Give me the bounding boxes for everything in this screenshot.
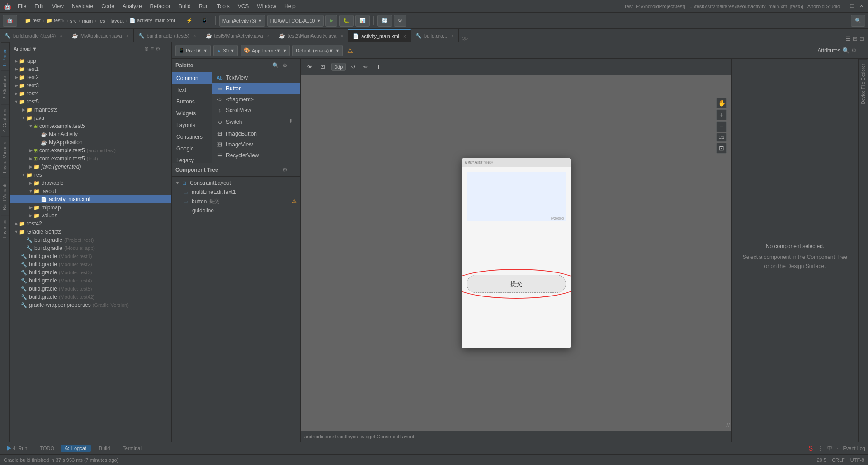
breadcrumb-main[interactable]: main xyxy=(82,18,93,23)
tree-item-package-androidtest[interactable]: ▶ ⊞ com.example.test5 (androidTest) xyxy=(10,146,171,155)
breadcrumb-res[interactable]: res xyxy=(98,18,105,23)
design-mode-blueprint[interactable]: ⊡ xyxy=(317,61,328,72)
zoom-in-btn[interactable]: + xyxy=(716,109,727,120)
breadcrumb-src[interactable]: src xyxy=(70,18,77,23)
palette-cat-common[interactable]: Common xyxy=(172,72,212,84)
palette-cat-widgets[interactable]: Widgets xyxy=(172,108,212,119)
palette-cat-text[interactable]: Text xyxy=(172,84,212,96)
tree-item-activity-main[interactable]: ▶ 📄 activity_main.xml xyxy=(10,195,171,203)
resize-handle[interactable]: // xyxy=(726,422,730,429)
close-btn[interactable]: ✕ xyxy=(858,3,864,9)
run-config-dropdown[interactable]: MainActivity (3) ▼ xyxy=(219,15,265,27)
side-tab-favorites[interactable]: Favorites xyxy=(1,215,9,243)
avd-manager-btn[interactable]: 📱 xyxy=(198,15,212,27)
comp-item-button[interactable]: ▭ button '提交' ⚠ xyxy=(172,197,300,206)
tree-item-manifests[interactable]: ▶ 📁 manifests xyxy=(10,106,171,114)
minimize-sidebar-icon[interactable]: — xyxy=(162,46,168,52)
menu-navigate[interactable]: Navigate xyxy=(68,2,97,10)
debug-button[interactable]: 🐛 xyxy=(339,15,354,27)
settings-btn[interactable]: ⚙ xyxy=(394,15,406,27)
tree-item-layout[interactable]: ▼ 📁 layout xyxy=(10,187,171,195)
expand-editor-btn[interactable]: ☰ xyxy=(845,35,851,42)
dp-value-field[interactable]: 0dp xyxy=(331,63,346,71)
comp-tree-minimize-icon[interactable]: — xyxy=(291,167,297,173)
tab-1-close[interactable]: × xyxy=(126,33,129,38)
side-tab-layout-variants[interactable]: Layout Variants xyxy=(1,137,9,178)
tree-item-mainactivity[interactable]: ▶ ☕ MainActivity xyxy=(10,130,171,138)
tree-item-package-main[interactable]: ▼ ⊞ com.example.test5 xyxy=(10,122,171,130)
comp-item-constraintlayout[interactable]: ▼ ⊞ ConstraintLayout xyxy=(172,178,300,188)
tree-item-test2[interactable]: ▶ 📁 test2 xyxy=(10,73,171,81)
device-dropdown[interactable]: HUAWEI COL-AL10 ▼ xyxy=(267,15,324,27)
menu-help[interactable]: Help xyxy=(281,2,299,10)
palette-item-fragment[interactable]: <> <fragment> xyxy=(212,94,300,105)
tab-5[interactable]: 📄 activity_main.xml × xyxy=(348,29,411,42)
hand-tool-btn[interactable]: ✋ xyxy=(716,98,727,108)
palette-search-icon[interactable]: 🔍 xyxy=(272,62,279,69)
tree-item-app[interactable]: ▶ 📁 app xyxy=(10,57,171,65)
breadcrumb-file[interactable]: 📄 activity_main.xml xyxy=(129,18,175,23)
menu-analyze[interactable]: Analyze xyxy=(119,2,146,10)
tree-item-test3[interactable]: ▶ 📁 test3 xyxy=(10,81,171,89)
palette-item-recyclerview[interactable]: ☰ RecyclerView xyxy=(212,150,300,161)
menu-refactor[interactable]: Refactor xyxy=(146,2,174,10)
zoom-out-btn[interactable]: − xyxy=(716,121,727,132)
tree-item-gradle-scripts[interactable]: ▼ 📁 Gradle Scripts xyxy=(10,228,171,236)
event-log-btn[interactable]: Event Log xyxy=(843,446,865,451)
menu-file[interactable]: File xyxy=(14,2,30,10)
tab-6-close[interactable]: × xyxy=(451,33,454,38)
settings-icon[interactable]: ⚙ xyxy=(156,46,160,52)
refresh-layout-btn[interactable]: ↺ xyxy=(348,61,359,72)
tab-3-close[interactable]: × xyxy=(267,33,270,38)
palette-cat-layouts[interactable]: Layouts xyxy=(172,119,212,131)
collapse-all-icon[interactable]: ≡ xyxy=(151,46,154,52)
side-tab-build-variants[interactable]: Build Variants xyxy=(1,178,9,215)
tree-item-gradle-test4[interactable]: 🔧 build.gradle (Module: test4) xyxy=(10,277,171,285)
menu-vcs[interactable]: VCS xyxy=(234,2,253,10)
palette-cat-legacy[interactable]: Legacy xyxy=(172,155,212,163)
palette-item-imageview[interactable]: 🖼 ImageView xyxy=(212,139,300,150)
menu-window[interactable]: Window xyxy=(253,2,280,10)
palette-settings-icon[interactable]: ⚙ xyxy=(283,62,288,69)
tree-item-gradle-wrapper[interactable]: 🔧 gradle-wrapper.properties (Gradle Vers… xyxy=(10,301,171,309)
tab-1[interactable]: ☕ MyApplication.java × xyxy=(67,29,134,42)
tab-2-close[interactable]: × xyxy=(193,33,196,38)
menu-edit[interactable]: Edit xyxy=(31,2,47,10)
bottom-tab-terminal[interactable]: Terminal xyxy=(116,445,146,452)
menu-build[interactable]: Build xyxy=(175,2,194,10)
tree-item-gradle-test1[interactable]: 🔧 build.gradle (Module: test1) xyxy=(10,252,171,260)
search-attr-btn[interactable]: 🔍 xyxy=(842,47,849,54)
palette-cat-buttons[interactable]: Buttons xyxy=(172,96,212,108)
tab-4[interactable]: ☕ test2\MainActivity.java × xyxy=(274,29,348,42)
layout-warning-icon[interactable]: ⚠ xyxy=(347,47,353,54)
bottom-tab-logcat-icon[interactable]: ▶ 4: Run xyxy=(3,444,32,452)
scale-dropdown[interactable]: ▲ 30 ▼ xyxy=(213,45,238,56)
palette-item-button[interactable]: ▭ Button xyxy=(212,83,300,94)
bottom-tab-logcat[interactable]: 6: Logcat xyxy=(61,445,91,452)
palette-item-scrollview[interactable]: ↕ ScrollView xyxy=(212,105,300,116)
tree-item-java-generated[interactable]: ▶ 📁 java (generated) xyxy=(10,163,171,171)
tree-item-gradle-test42[interactable]: 🔧 build.gradle (Module: test42) xyxy=(10,293,171,301)
palette-cat-containers[interactable]: Containers xyxy=(172,131,212,143)
palette-minimize-icon[interactable]: — xyxy=(291,62,297,69)
profile-button[interactable]: 📊 xyxy=(355,15,370,27)
menu-view[interactable]: View xyxy=(48,2,67,10)
tree-item-gradle-app[interactable]: ▶ 🔧 build.gradle (Module: app) xyxy=(10,244,171,252)
menu-run[interactable]: Run xyxy=(195,2,212,10)
pixel-dropdown[interactable]: 📱 Pixel▼ ▼ xyxy=(175,45,211,56)
sdk-manager-btn[interactable]: ⚡ xyxy=(183,15,196,27)
tab-0[interactable]: 🔧 build.gradle (:test4) × xyxy=(0,29,67,42)
tree-item-java[interactable]: ▼ 📁 java xyxy=(10,114,171,122)
tree-item-gradle-test5[interactable]: 🔧 build.gradle (Module: test5) xyxy=(10,285,171,293)
tree-item-package-test[interactable]: ▶ ⊞ com.example.test5 (test) xyxy=(10,155,171,163)
minimize-attr-btn[interactable]: — xyxy=(859,47,864,54)
collapse-editor-btn[interactable]: ⊡ xyxy=(859,35,864,42)
more-tabs-btn[interactable]: ≫ xyxy=(459,35,471,42)
locale-dropdown[interactable]: Default (en-us)▼ ▼ xyxy=(292,45,343,56)
design-mode-preview[interactable]: 👁 xyxy=(304,61,315,72)
android-dropdown[interactable]: Android ▼ xyxy=(14,46,37,52)
menu-code[interactable]: Code xyxy=(98,2,118,10)
theme-dropdown[interactable]: 🎨 AppTheme▼ ▼ xyxy=(241,45,290,56)
search-everywhere-btn[interactable]: 🔍 xyxy=(851,15,865,27)
tab-3[interactable]: ☕ test5\MainActivity.java × xyxy=(201,29,275,42)
